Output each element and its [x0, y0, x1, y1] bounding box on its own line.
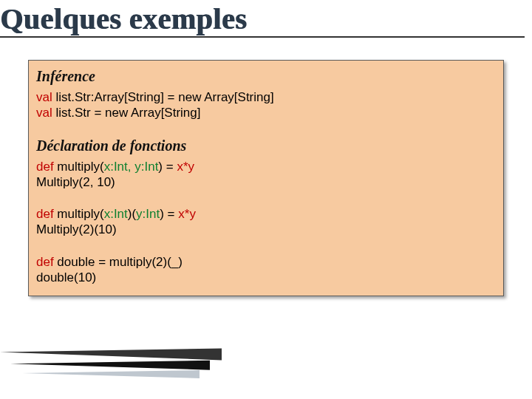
keyword-def: def [36, 160, 54, 174]
code-line: double(10) [36, 270, 496, 285]
code-line: def multiply(x:Int, y:Int) = x*y [36, 159, 496, 174]
params: x:Int, y:Int [104, 160, 159, 174]
code-text: multiply( [54, 207, 104, 221]
page-title: Quelques exemples [0, 0, 525, 38]
keyword-def: def [36, 255, 54, 269]
code-text: list.Str:Array[String] = new Array[Strin… [52, 90, 274, 104]
code-line: val list.Str:Array[String] = new Array[S… [36, 89, 496, 105]
code-text: ) = [160, 207, 178, 221]
decorative-swoosh [0, 350, 229, 386]
keyword-val: val [36, 106, 52, 120]
inference-code: val list.Str:Array[String] = new Array[S… [36, 89, 496, 121]
expr: x*y [177, 160, 194, 174]
code-line: val list.Str = new Array[String] [36, 105, 496, 120]
expr: x*y [178, 207, 196, 221]
params: y:Int [136, 207, 160, 221]
functions-code-2: def multiply(x:Int)(y:Int) = x*y Multipl… [36, 206, 496, 238]
code-text: ) = [158, 160, 177, 174]
code-line: Multiply(2, 10) [36, 174, 496, 190]
functions-code-3: def double = multiply(2)(_) double(10) [36, 254, 496, 286]
examples-box: Inférence val list.Str:Array[String] = n… [28, 60, 504, 296]
functions-code-1: def multiply(x:Int, y:Int) = x*y Multipl… [36, 159, 496, 191]
inference-heading: Inférence [36, 68, 496, 85]
code-text: multiply( [54, 160, 104, 174]
code-line: def double = multiply(2)(_) [36, 254, 496, 270]
keyword-val: val [36, 90, 52, 104]
code-text: )( [128, 207, 136, 221]
functions-heading: Déclaration de fonctions [36, 137, 496, 154]
code-text: list.Str = new Array[String] [52, 106, 201, 120]
params: x:Int [104, 207, 128, 221]
code-text: double = multiply(2)(_) [54, 255, 183, 269]
code-line: Multiply(2)(10) [36, 222, 496, 237]
keyword-def: def [36, 207, 54, 221]
code-line: def multiply(x:Int)(y:Int) = x*y [36, 206, 496, 222]
